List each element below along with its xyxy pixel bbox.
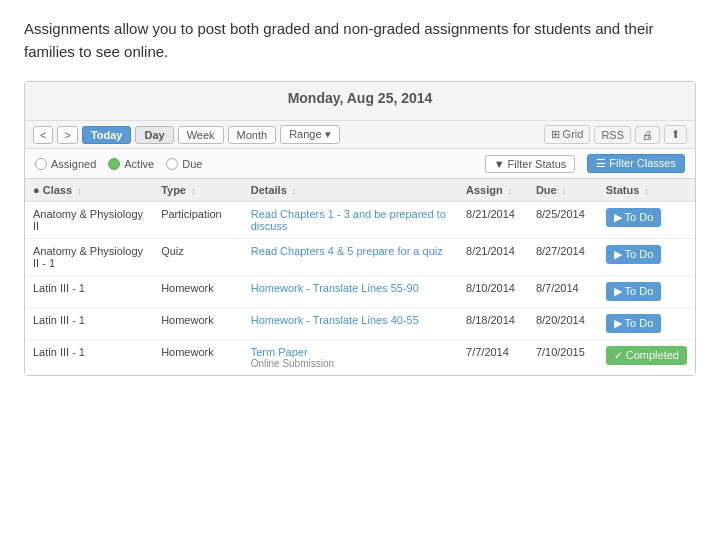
col-header-class[interactable]: ● Class ↕ — [25, 179, 153, 202]
col-class-label: ● — [33, 184, 40, 196]
filter-classes-button[interactable]: ☰ Filter Classes — [587, 154, 685, 173]
cell-class: Latin III - 1 — [25, 308, 153, 340]
assigned-radio — [35, 158, 47, 170]
cell-status: ▶ To Do — [598, 202, 695, 239]
col-details-sort: ↕ — [292, 186, 297, 196]
assigned-label: Assigned — [51, 158, 96, 170]
table-row: Latin III - 1HomeworkTerm PaperOnline Su… — [25, 340, 695, 376]
cell-assign: 7/7/2014 — [458, 340, 528, 376]
range-view-button[interactable]: Range ▾ — [280, 125, 339, 144]
col-type-sort: ↕ — [191, 186, 196, 196]
cell-class: Anatomy & Physiology II - 1 — [25, 239, 153, 276]
cell-due: 8/20/2014 — [528, 308, 598, 340]
details-link[interactable]: Read Chapters 4 & 5 prepare for a quiz — [251, 245, 443, 257]
table-header-row: ● Class ↕ Type ↕ Details ↕ Assign ↕ — [25, 179, 695, 202]
filter-row: Assigned Active Due ▼ Filter Status ☰ Fi… — [25, 149, 695, 179]
cell-class: Latin III - 1 — [25, 340, 153, 376]
col-status-text: Status — [606, 184, 640, 196]
cell-status: ✓ Completed — [598, 340, 695, 376]
grid-button[interactable]: ⊞ Grid — [544, 125, 591, 144]
cell-due: 8/7/2014 — [528, 276, 598, 308]
active-label: Active — [124, 158, 154, 170]
prev-button[interactable]: < — [33, 126, 53, 144]
cell-assign: 8/10/2014 — [458, 276, 528, 308]
col-assign-sort: ↕ — [508, 186, 513, 196]
rss-button[interactable]: RSS — [594, 126, 631, 144]
due-label: Due — [182, 158, 202, 170]
status-badge[interactable]: ▶ To Do — [606, 208, 662, 227]
cell-due: 8/27/2014 — [528, 239, 598, 276]
cell-status: ▶ To Do — [598, 239, 695, 276]
cell-details: Read Chapters 1 - 3 and be prepared to d… — [243, 202, 458, 239]
cell-type: Homework — [153, 340, 243, 376]
cell-type: Homework — [153, 276, 243, 308]
toolbar: < > Today Day Week Month Range ▾ ⊞ Grid … — [25, 121, 695, 149]
print-button[interactable]: 🖨 — [635, 126, 660, 144]
export-button[interactable]: ⬆ — [664, 125, 687, 144]
details-link[interactable]: Term Paper — [251, 346, 308, 358]
col-status-sort: ↕ — [644, 186, 649, 196]
cell-assign: 8/21/2014 — [458, 239, 528, 276]
active-filter[interactable]: Active — [108, 158, 154, 170]
today-button[interactable]: Today — [82, 126, 132, 144]
month-view-button[interactable]: Month — [228, 126, 277, 144]
details-link[interactable]: Homework - Translate Lines 55-90 — [251, 282, 419, 294]
filter-status-button[interactable]: ▼ Filter Status — [485, 155, 576, 173]
day-view-button[interactable]: Day — [135, 126, 173, 144]
status-badge[interactable]: ▶ To Do — [606, 245, 662, 264]
intro-text: Assignments allow you to post both grade… — [24, 18, 696, 63]
table-row: Latin III - 1HomeworkHomework - Translat… — [25, 308, 695, 340]
cell-assign: 8/21/2014 — [458, 202, 528, 239]
cell-assign: 8/18/2014 — [458, 308, 528, 340]
col-header-details[interactable]: Details ↕ — [243, 179, 458, 202]
details-link[interactable]: Homework - Translate Lines 40-55 — [251, 314, 419, 326]
assignments-table: ● Class ↕ Type ↕ Details ↕ Assign ↕ — [25, 179, 695, 375]
toolbar-right: ⊞ Grid RSS 🖨 ⬆ — [544, 125, 687, 144]
table-row: Latin III - 1HomeworkHomework - Translat… — [25, 276, 695, 308]
cell-details: Homework - Translate Lines 40-55 — [243, 308, 458, 340]
app-container: Monday, Aug 25, 2014 < > Today Day Week … — [24, 81, 696, 376]
app-title: Monday, Aug 25, 2014 — [35, 90, 685, 106]
cell-type: Participation — [153, 202, 243, 239]
active-radio — [108, 158, 120, 170]
status-badge[interactable]: ✓ Completed — [606, 346, 687, 365]
cell-due: 8/25/2014 — [528, 202, 598, 239]
col-header-assign[interactable]: Assign ↕ — [458, 179, 528, 202]
cell-class: Latin III - 1 — [25, 276, 153, 308]
cell-class: Anatomy & Physiology II — [25, 202, 153, 239]
col-type-text: Type — [161, 184, 186, 196]
col-due-text: Due — [536, 184, 557, 196]
table-container: ● Class ↕ Type ↕ Details ↕ Assign ↕ — [25, 179, 695, 375]
cell-type: Homework — [153, 308, 243, 340]
status-badge[interactable]: ▶ To Do — [606, 314, 662, 333]
col-header-status[interactable]: Status ↕ — [598, 179, 695, 202]
col-header-due[interactable]: Due ↕ — [528, 179, 598, 202]
col-assign-text: Assign — [466, 184, 503, 196]
due-radio — [166, 158, 178, 170]
cell-type: Quiz — [153, 239, 243, 276]
week-view-button[interactable]: Week — [178, 126, 224, 144]
cell-details: Homework - Translate Lines 55-90 — [243, 276, 458, 308]
next-button[interactable]: > — [57, 126, 77, 144]
table-row: Anatomy & Physiology IIParticipationRead… — [25, 202, 695, 239]
cell-details: Term PaperOnline Submission — [243, 340, 458, 376]
app-header: Monday, Aug 25, 2014 — [25, 82, 695, 121]
cell-status: ▶ To Do — [598, 308, 695, 340]
col-details-text: Details — [251, 184, 287, 196]
col-class-text: Class — [43, 184, 72, 196]
due-filter[interactable]: Due — [166, 158, 202, 170]
col-due-sort: ↕ — [562, 186, 567, 196]
status-badge[interactable]: ▶ To Do — [606, 282, 662, 301]
cell-status: ▶ To Do — [598, 276, 695, 308]
table-row: Anatomy & Physiology II - 1QuizRead Chap… — [25, 239, 695, 276]
cell-due: 7/10/2015 — [528, 340, 598, 376]
col-header-type[interactable]: Type ↕ — [153, 179, 243, 202]
col-class-sort: ↕ — [77, 186, 82, 196]
cell-details: Read Chapters 4 & 5 prepare for a quiz — [243, 239, 458, 276]
details-sub: Online Submission — [251, 358, 450, 369]
details-link[interactable]: Read Chapters 1 - 3 and be prepared to d… — [251, 208, 446, 232]
assigned-filter[interactable]: Assigned — [35, 158, 96, 170]
